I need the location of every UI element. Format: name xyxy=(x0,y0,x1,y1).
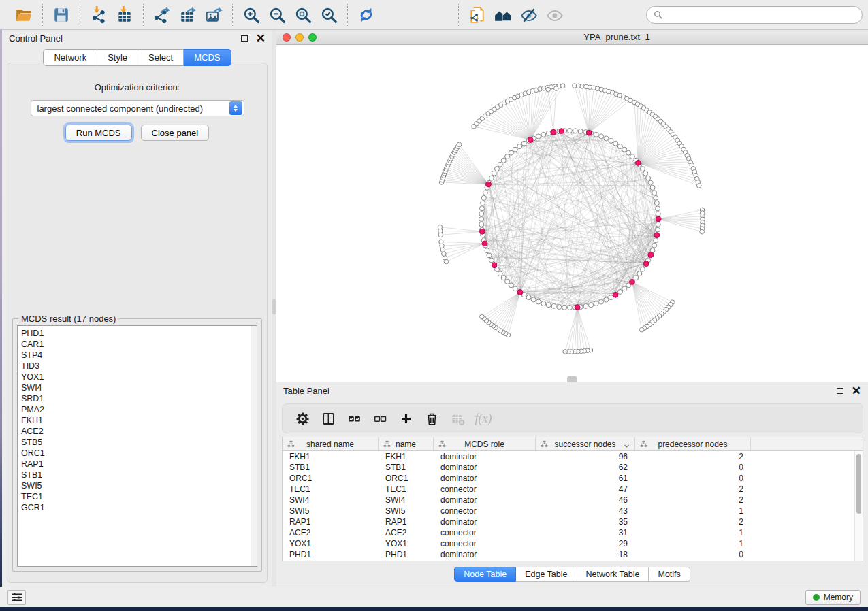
graph-node[interactable] xyxy=(563,350,568,354)
graph-node[interactable] xyxy=(654,195,658,200)
close-table-panel-icon[interactable]: ✕ xyxy=(852,388,861,395)
graph-node[interactable] xyxy=(613,141,618,146)
graph-node[interactable] xyxy=(485,248,489,253)
graph-node[interactable] xyxy=(551,303,556,308)
graph-node[interactable] xyxy=(599,134,604,139)
mcds-result-item[interactable]: RAP1 xyxy=(21,459,257,469)
zoom-out-icon[interactable] xyxy=(264,4,290,26)
float-table-panel-icon[interactable] xyxy=(837,388,843,394)
mcds-result-item[interactable]: STB1 xyxy=(21,469,257,480)
graph-node[interactable] xyxy=(560,84,565,88)
graph-node[interactable] xyxy=(495,167,500,171)
graph-node[interactable] xyxy=(501,158,506,163)
mcds-result-item[interactable]: PHD1 xyxy=(21,328,257,339)
graph-node[interactable] xyxy=(483,191,487,195)
graph-node[interactable] xyxy=(609,138,613,143)
graph-node[interactable] xyxy=(583,303,588,308)
table-mode-icon[interactable] xyxy=(289,406,315,431)
mcds-result-item[interactable]: ACE2 xyxy=(21,426,257,437)
table-row[interactable]: FKH1FKH1dominator962 xyxy=(283,451,854,462)
mcds-result-item[interactable]: SWI4 xyxy=(21,382,257,393)
graph-node[interactable] xyxy=(536,299,541,304)
task-history-button[interactable] xyxy=(7,590,26,605)
graph-node[interactable] xyxy=(640,267,645,271)
graph-hub-node[interactable] xyxy=(559,129,564,134)
graph-hub-node[interactable] xyxy=(492,263,497,268)
graph-node[interactable] xyxy=(481,195,486,200)
graph-node[interactable] xyxy=(546,303,551,308)
column-header-name[interactable]: name xyxy=(379,437,434,450)
graph-node[interactable] xyxy=(562,305,567,310)
mcds-result-item[interactable]: FKH1 xyxy=(21,415,257,426)
graph-node[interactable] xyxy=(648,180,653,185)
graph-node[interactable] xyxy=(654,238,658,243)
graph-node[interactable] xyxy=(650,185,655,190)
tab-select[interactable]: Select xyxy=(138,49,184,66)
graph-hub-node[interactable] xyxy=(482,241,487,246)
table-row[interactable]: STB1STB1dominator620 xyxy=(283,462,854,473)
mcds-result-item[interactable]: STP4 xyxy=(21,350,257,361)
graph-node[interactable] xyxy=(479,212,484,216)
table-scrollbar[interactable] xyxy=(854,451,863,561)
graph-hub-node[interactable] xyxy=(517,290,523,295)
open-file-icon[interactable] xyxy=(11,4,37,26)
refresh-network-icon[interactable] xyxy=(353,4,379,26)
graph-node[interactable] xyxy=(656,227,660,232)
hide-graphics-details-icon[interactable] xyxy=(516,4,542,26)
graph-node[interactable] xyxy=(639,327,644,332)
graph-node[interactable] xyxy=(546,87,551,92)
network-graph[interactable] xyxy=(276,45,868,382)
graph-hub-node[interactable] xyxy=(643,261,649,267)
graph-node[interactable] xyxy=(594,132,598,137)
network-from-selection-icon[interactable] xyxy=(464,4,490,26)
graph-node[interactable] xyxy=(617,144,622,149)
graph-node[interactable] xyxy=(604,136,609,141)
graph-node[interactable] xyxy=(479,217,484,222)
graph-node[interactable] xyxy=(628,98,633,103)
graph-hub-node[interactable] xyxy=(486,182,492,187)
mcds-result-item[interactable]: YOX1 xyxy=(21,371,257,382)
export-table-icon[interactable] xyxy=(175,4,201,26)
graph-node[interactable] xyxy=(557,305,562,310)
mcds-result-item[interactable]: STB5 xyxy=(21,437,257,448)
column-header-predecessor-nodes[interactable]: predecessor nodes xyxy=(635,437,751,450)
graph-node[interactable] xyxy=(438,225,443,229)
graph-node[interactable] xyxy=(594,301,598,306)
graph-node[interactable] xyxy=(609,295,613,300)
graph-node[interactable] xyxy=(489,176,494,180)
table-row[interactable]: RAP1RAP1dominator352 xyxy=(283,516,854,527)
mcds-result-item[interactable]: PMA2 xyxy=(21,404,257,415)
tab-edge-table[interactable]: Edge Table xyxy=(516,567,577,582)
delete-columns-icon[interactable] xyxy=(419,406,445,431)
table-row[interactable]: YOX1YOX1connector291 xyxy=(283,538,854,549)
tab-motifs[interactable]: Motifs xyxy=(649,567,690,582)
table-row[interactable]: ACE2ACE2connector311 xyxy=(283,527,854,538)
graph-node[interactable] xyxy=(696,184,701,188)
graph-hub-node[interactable] xyxy=(613,292,618,297)
graph-node[interactable] xyxy=(634,276,639,280)
column-header-successor-nodes[interactable]: successor nodes xyxy=(536,437,635,450)
close-panel-icon[interactable]: ✕ xyxy=(256,35,266,42)
import-network-icon[interactable] xyxy=(86,4,112,26)
graph-node[interactable] xyxy=(626,150,631,155)
graph-node[interactable] xyxy=(513,147,517,152)
graph-node[interactable] xyxy=(637,271,642,276)
mcds-result-item[interactable]: SRD1 xyxy=(21,393,257,404)
graph-node[interactable] xyxy=(509,150,513,155)
memory-button[interactable]: Memory xyxy=(805,590,861,605)
tab-network[interactable]: Network xyxy=(43,49,97,66)
import-table-icon[interactable] xyxy=(112,4,138,26)
table-row[interactable]: SWI4SWI4dominator462 xyxy=(283,495,854,506)
graph-node[interactable] xyxy=(546,131,551,135)
graph-node[interactable] xyxy=(656,212,660,216)
graph-node[interactable] xyxy=(505,279,510,284)
tab-mcds[interactable]: MCDS xyxy=(184,49,231,66)
network-canvas[interactable] xyxy=(276,45,868,382)
graph-hub-node[interactable] xyxy=(528,137,533,143)
graph-node[interactable] xyxy=(505,154,510,159)
mcds-result-item[interactable]: TEC1 xyxy=(21,491,257,502)
graph-node[interactable] xyxy=(630,154,634,159)
graph-node[interactable] xyxy=(536,134,541,139)
graph-node[interactable] xyxy=(439,240,444,244)
mcds-result-item[interactable]: TID3 xyxy=(21,361,257,371)
